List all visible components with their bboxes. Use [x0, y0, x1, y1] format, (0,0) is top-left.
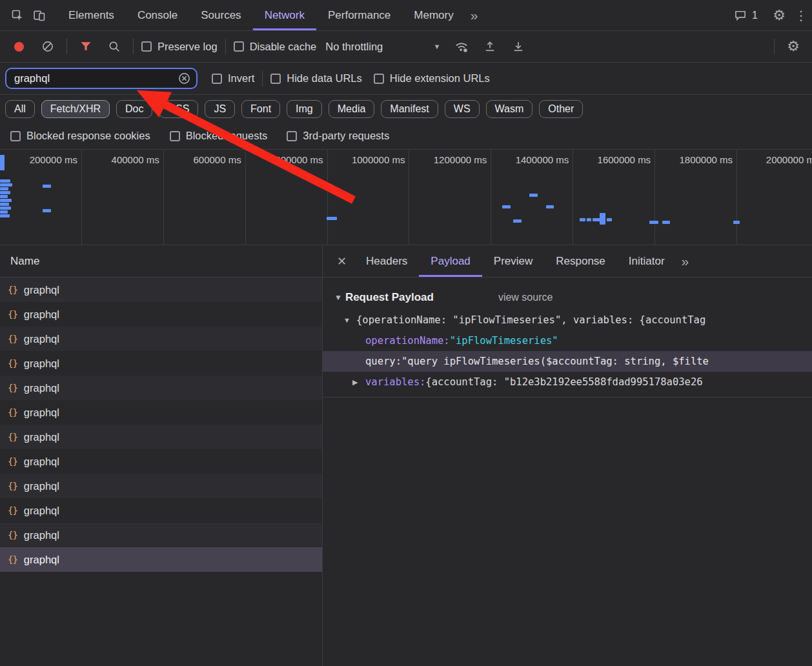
- inspect-element-icon[interactable]: [6, 5, 28, 26]
- blocked-requests-checkbox[interactable]: Blocked requests: [170, 130, 268, 142]
- payload-tree-row[interactable]: operationName: "ipFlowTimeseries": [323, 330, 812, 351]
- request-tick: [0, 183, 12, 187]
- export-har-icon[interactable]: [507, 35, 529, 57]
- braces-icon: {}: [8, 456, 17, 467]
- invert-checkbox[interactable]: Invert: [212, 72, 254, 85]
- request-payload-header[interactable]: ▼ Request Payload view source: [323, 285, 812, 310]
- payload-tree-row[interactable]: ▶variables: {accountTag: "b12e3b2192ee55…: [323, 372, 812, 392]
- request-tick: [0, 187, 8, 190]
- tab-sources[interactable]: Sources: [189, 0, 252, 30]
- tab-memory[interactable]: Memory: [402, 0, 465, 30]
- hide-extension-urls-checkbox[interactable]: Hide extension URLs: [374, 72, 490, 85]
- view-source-link[interactable]: view source: [498, 292, 553, 303]
- payload-root-row[interactable]: ▼ {operationName: "ipFlowTimeseries", va…: [323, 310, 812, 330]
- tab-performance[interactable]: Performance: [316, 0, 402, 30]
- filter-chip-all[interactable]: All: [5, 100, 35, 118]
- close-panel-icon[interactable]: ✕: [332, 254, 352, 268]
- checkbox-box: [212, 74, 222, 84]
- request-row[interactable]: {}graphql: [0, 425, 322, 449]
- settings-gear-icon[interactable]: ⚙: [768, 5, 790, 26]
- request-detail-panel: ✕ HeadersPayloadPreviewResponseInitiator…: [323, 245, 812, 666]
- clear-filter-icon[interactable]: [176, 71, 192, 86]
- filter-chip-font[interactable]: Font: [241, 100, 280, 118]
- checkbox-box: [170, 131, 180, 141]
- request-tick: [607, 218, 612, 221]
- checkbox-box: [287, 131, 297, 141]
- throttling-value: No throttling: [325, 41, 383, 53]
- expander-icon[interactable]: ▶: [352, 378, 365, 387]
- tab-network[interactable]: Network: [253, 0, 316, 30]
- message-bubble-icon: [734, 9, 747, 22]
- more-tabs-icon[interactable]: »: [465, 8, 483, 23]
- request-tick: [733, 221, 740, 224]
- request-row[interactable]: {}graphql: [0, 376, 322, 400]
- hide-data-urls-checkbox[interactable]: Hide data URLs: [270, 72, 361, 85]
- tab-elements[interactable]: Elements: [57, 0, 126, 30]
- device-toolbar-icon[interactable]: [28, 5, 50, 26]
- disable-cache-label: Disable cache: [250, 41, 317, 53]
- detail-tab-headers[interactable]: Headers: [354, 245, 419, 277]
- filter-chip-ws[interactable]: WS: [445, 100, 480, 118]
- timeline-gridline: 1800000 ms: [655, 150, 737, 245]
- timeline-gridline: 800000 ms: [246, 150, 328, 245]
- filter-chip-css[interactable]: CSS: [159, 100, 198, 118]
- filter-funnel-icon[interactable]: [75, 35, 97, 57]
- request-row[interactable]: {}graphql: [0, 449, 322, 474]
- request-tick: [0, 207, 11, 210]
- timeline-gridline: 1600000 ms: [573, 150, 655, 245]
- timeline-label: 1200000 ms: [434, 150, 491, 165]
- filter-chip-wasm[interactable]: Wasm: [486, 100, 533, 118]
- filter-chip-fetchxhr[interactable]: Fetch/XHR: [41, 100, 110, 118]
- checkbox-box: [234, 41, 244, 52]
- third-party-requests-checkbox[interactable]: 3rd-party requests: [287, 130, 389, 142]
- request-name: graphql: [24, 333, 59, 345]
- timeline-label: 1600000 ms: [598, 150, 655, 165]
- tab-console[interactable]: Console: [126, 0, 189, 30]
- network-overview-timeline[interactable]: 200000 ms400000 ms600000 ms800000 ms1000…: [0, 150, 812, 245]
- clear-network-log-icon[interactable]: [37, 35, 59, 57]
- network-settings-gear-icon[interactable]: ⚙: [782, 35, 804, 57]
- detail-tab-preview[interactable]: Preview: [482, 245, 544, 277]
- request-list-panel: Name {}graphql{}graphql{}graphql{}graphq…: [0, 245, 323, 666]
- throttling-select[interactable]: No throttling ▼: [325, 41, 440, 53]
- name-column-header[interactable]: Name: [0, 245, 322, 278]
- kebab-menu-icon[interactable]: ⋮: [790, 5, 812, 26]
- request-row[interactable]: {}graphql: [0, 302, 322, 327]
- request-row[interactable]: {}graphql: [0, 547, 322, 572]
- timeline-gridline: 600000 ms: [164, 150, 246, 245]
- detail-tab-response[interactable]: Response: [544, 245, 617, 277]
- more-detail-tabs-icon[interactable]: »: [676, 254, 695, 269]
- request-row[interactable]: {}graphql: [0, 278, 322, 302]
- request-row[interactable]: {}graphql: [0, 327, 322, 351]
- request-row[interactable]: {}graphql: [0, 351, 322, 376]
- blocked-response-cookies-checkbox[interactable]: Blocked response cookies: [10, 130, 150, 142]
- filter-chip-doc[interactable]: Doc: [116, 100, 152, 118]
- braces-icon: {}: [8, 530, 17, 540]
- preserve-log-checkbox[interactable]: Preserve log: [141, 41, 218, 53]
- filter-chip-other[interactable]: Other: [539, 100, 583, 118]
- expander-icon[interactable]: ▼: [343, 316, 356, 324]
- import-har-icon[interactable]: [479, 35, 501, 57]
- request-tick: [587, 218, 591, 221]
- request-row[interactable]: {}graphql: [0, 400, 322, 425]
- request-row[interactable]: {}graphql: [0, 498, 322, 523]
- divider: [66, 39, 67, 54]
- record-network-log-button[interactable]: [14, 42, 24, 52]
- braces-icon: {}: [8, 407, 17, 418]
- payload-tree-row[interactable]: query: "query ipFlowTimeseries($accountT…: [323, 351, 812, 372]
- braces-icon: {}: [8, 358, 17, 368]
- filter-chip-manifest[interactable]: Manifest: [381, 100, 438, 118]
- search-icon[interactable]: [103, 35, 125, 57]
- detail-tab-payload[interactable]: Payload: [419, 245, 482, 277]
- filter-chip-media[interactable]: Media: [329, 100, 375, 118]
- request-row[interactable]: {}graphql: [0, 474, 322, 498]
- main-tab-strip: ElementsConsoleSourcesNetworkPerformance…: [57, 0, 465, 30]
- network-conditions-icon[interactable]: [451, 35, 472, 57]
- issues-button[interactable]: 1: [734, 9, 758, 22]
- filter-chip-img[interactable]: Img: [287, 100, 322, 118]
- detail-tab-initiator[interactable]: Initiator: [617, 245, 676, 277]
- filter-chip-js[interactable]: JS: [205, 100, 235, 118]
- request-row[interactable]: {}graphql: [0, 523, 322, 547]
- disable-cache-checkbox[interactable]: Disable cache: [234, 41, 317, 53]
- filter-input[interactable]: [14, 72, 176, 85]
